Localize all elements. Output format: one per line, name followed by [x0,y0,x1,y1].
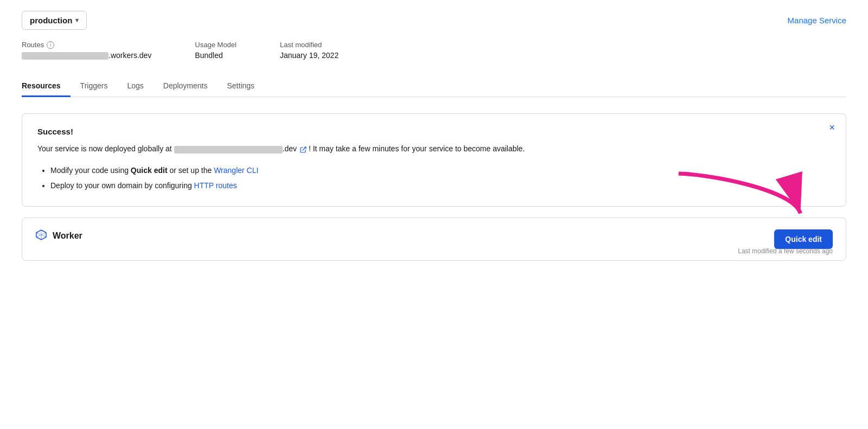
banner-url-blurred [174,146,283,153]
worker-card-header: Worker [35,229,833,244]
banner-close-button[interactable]: × [829,123,835,132]
env-label: production [30,16,72,25]
info-row: Routes i .workers.dev Usage Model Bundle… [22,41,846,60]
usage-model-info: Usage Model Bundled [195,41,237,60]
env-dropdown[interactable]: production ▾ [22,11,87,30]
tab-deployments[interactable]: Deployments [154,76,218,97]
banner-url-suffix: .dev [283,144,297,153]
banner-item2-prefix: Deploy to your own domain by configuring [50,181,194,190]
routes-info-icon: i [47,41,54,49]
tabs-row: Resources Triggers Logs Deployments Sett… [22,76,846,97]
routes-value: .workers.dev [22,51,151,60]
success-banner: × Success! Your service is now deployed … [22,113,846,206]
banner-item1-mid: or set up the [168,166,214,175]
last-modified-info: Last modified January 19, 2022 [280,41,339,60]
header-row: production ▾ Manage Service [22,11,846,30]
usage-model-value: Bundled [195,51,237,60]
banner-list-item-1: Modify your code using Quick edit or set… [50,163,831,178]
tab-resources[interactable]: Resources [22,76,71,97]
chevron-icon: ▾ [75,17,79,24]
banner-body: Your service is now deployed globally at… [37,143,831,155]
tab-settings[interactable]: Settings [217,76,264,97]
tab-triggers[interactable]: Triggers [71,76,118,97]
banner-body-suffix: ! It may take a few minutes for your ser… [309,144,525,153]
last-modified-text: Last modified a few seconds ago [738,247,833,255]
banner-body-prefix: Your service is now deployed globally at [37,144,174,153]
banner-title: Success! [37,127,831,136]
routes-suffix: .workers.dev [108,51,151,60]
tab-logs[interactable]: Logs [117,76,153,97]
quick-edit-bold: Quick edit [131,166,168,175]
manage-service-link[interactable]: Manage Service [788,16,846,25]
banner-list-item-2: Deploy to your own domain by configuring… [50,178,831,193]
routes-label: Routes [22,41,44,49]
http-routes-link[interactable]: HTTP routes [194,181,237,190]
last-modified-label: Last modified [280,41,322,49]
last-modified-value: January 19, 2022 [280,51,339,60]
wrangler-cli-link[interactable]: Wrangler CLI [214,166,258,175]
banner-list: Modify your code using Quick edit or set… [37,163,831,193]
worker-card: Worker Quick edit Last modified a few se… [22,217,846,261]
routes-info: Routes i .workers.dev [22,41,151,60]
worker-title: Worker [53,231,82,241]
usage-model-label: Usage Model [195,41,237,49]
routes-blurred [22,52,108,60]
quick-edit-button[interactable]: Quick edit [774,229,833,249]
banner-item1-prefix: Modify your code using [50,166,131,175]
external-link-icon [300,146,307,153]
arrow-container: Worker Quick edit Last modified a few se… [22,217,846,261]
worker-icon [35,229,47,244]
